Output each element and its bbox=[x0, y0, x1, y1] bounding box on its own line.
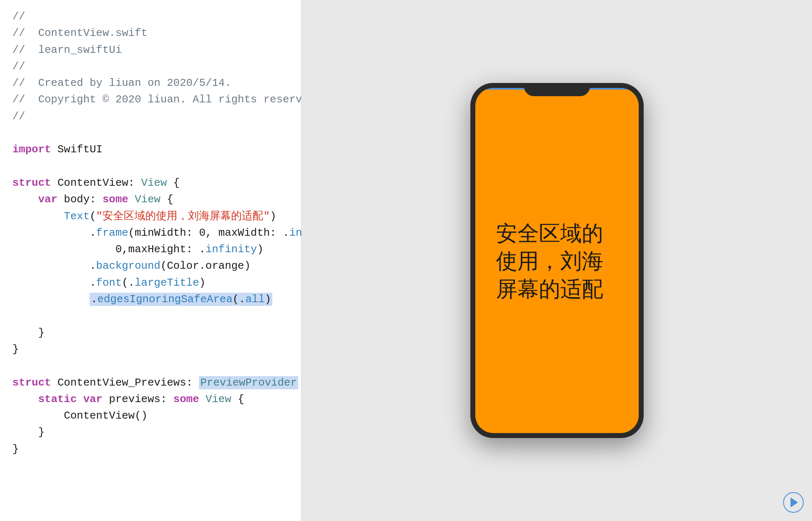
phone-content-area: 安全区域的使用，刘海屏幕的适配 bbox=[475, 90, 639, 433]
code-line-import: import SwiftUI bbox=[12, 141, 289, 158]
code-line-text-call: Text("安全区域的使用，刘海屏幕的适配") bbox=[12, 208, 289, 225]
code-line-close4: } bbox=[12, 441, 289, 457]
code-line-frame: .frame(minWidth: 0, maxWidth: .infinity,… bbox=[12, 225, 289, 241]
code-line-struct1: struct ContentView: View { bbox=[12, 175, 289, 191]
code-editor: // // ContentView.swift // learn_swiftUi… bbox=[0, 0, 301, 521]
code-line-close3: } bbox=[12, 424, 289, 440]
code-line-blank-1 bbox=[12, 125, 289, 141]
code-line-comment-5: // Created by liuan on 2020/5/14. bbox=[12, 75, 289, 91]
code-line-comment-2: // ContentView.swift bbox=[12, 25, 289, 41]
play-icon bbox=[791, 497, 798, 507]
code-line-background: .background(Color.orange) bbox=[12, 258, 289, 274]
phone-screen: 安全区域的使用，刘海屏幕的适配 bbox=[475, 88, 639, 433]
code-line-static-var: static var previews: some View { bbox=[12, 391, 289, 407]
code-line-blank-2 bbox=[12, 158, 289, 175]
code-line-font: .font(.largeTitle) bbox=[12, 275, 289, 291]
phone-mockup: 安全区域的使用，刘海屏幕的适配 bbox=[470, 83, 644, 438]
code-line-comment-1: // bbox=[12, 8, 289, 25]
code-line-contentview-call: ContentView() bbox=[12, 407, 289, 424]
code-line-close2: } bbox=[12, 341, 289, 358]
phone-display-text: 安全区域的使用，刘海屏幕的适配 bbox=[496, 220, 618, 303]
phone-notch bbox=[524, 83, 590, 96]
code-line-close1: } bbox=[12, 324, 289, 341]
code-line-blank-3 bbox=[12, 308, 289, 324]
code-line-var-body: var body: some View { bbox=[12, 191, 289, 208]
code-line-struct2: struct ContentView_Previews: PreviewProv… bbox=[12, 374, 289, 391]
code-line-frame2: 0,maxHeight: .infinity) bbox=[12, 241, 289, 258]
preview-panel: 安全区域的使用，刘海屏幕的适配 bbox=[302, 0, 812, 521]
code-line-comment-6: // Copyright © 2020 liuan. All rights re… bbox=[12, 91, 289, 108]
play-button[interactable] bbox=[783, 492, 804, 513]
code-line-comment-3: // learn_swiftUi bbox=[12, 42, 289, 58]
code-line-edges: .edgesIgnoringSafeArea(.all) bbox=[12, 291, 289, 308]
code-line-blank-4 bbox=[12, 358, 289, 374]
code-line-comment-7: // bbox=[12, 108, 289, 125]
code-line-comment-4: // bbox=[12, 58, 289, 75]
